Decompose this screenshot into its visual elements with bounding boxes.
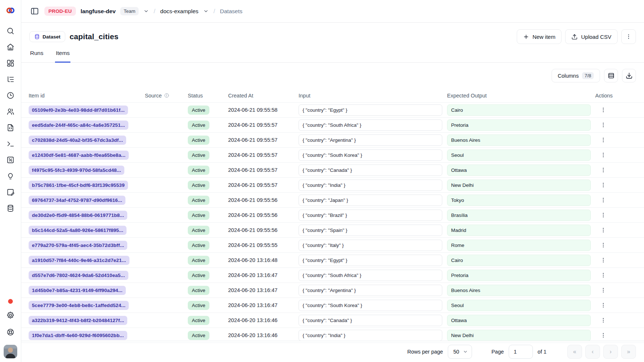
- expected-output-value-box: Cairo: [447, 104, 591, 116]
- status-cell: Active: [188, 256, 228, 265]
- next-page-button[interactable]: ›: [603, 345, 618, 359]
- table-row[interactable]: de30d2e0-f5d9-4854-88b6-0619771b8... Act…: [21, 208, 644, 223]
- row-height-button[interactable]: [604, 69, 618, 82]
- row-kebab-menu-button[interactable]: [598, 315, 608, 325]
- scores-percent-icon[interactable]: [6, 155, 15, 165]
- table-row[interactable]: c702838d-24d5-40a2-bf35-67dc3a3df... Act…: [21, 133, 644, 148]
- dashboards-icon[interactable]: [6, 59, 15, 68]
- settings-gear-icon[interactable]: [6, 311, 15, 321]
- upload-csv-button[interactable]: Upload CSV: [565, 29, 618, 44]
- item-id-pill[interactable]: d557e7d6-7802-4624-9da6-52d410ea5...: [29, 271, 128, 280]
- input-value-box: { "country": "Egypt" }: [299, 255, 442, 266]
- status-cell: Active: [188, 136, 228, 145]
- status-badge: Active: [188, 286, 209, 295]
- rows-per-page-label: Rows per page: [407, 349, 443, 355]
- home-icon[interactable]: [6, 43, 15, 52]
- playground-terminal-icon[interactable]: [6, 139, 15, 148]
- item-id-pill[interactable]: 1f0e7da1-dbff-4e60-929d-f6095602bb...: [29, 331, 127, 340]
- status-badge: Active: [188, 121, 209, 130]
- actions-cell: [595, 210, 637, 220]
- row-kebab-menu-button[interactable]: [598, 270, 608, 280]
- item-id-pill[interactable]: a322b319-9412-4f43-b8f2-b20484127f...: [29, 316, 127, 325]
- table-row[interactable]: a1910d57-7f84-440c-9e46-a31c2d7e21... Ac…: [21, 253, 644, 268]
- item-id-pill[interactable]: 05109ef0-2e3b-4e03-98dd-8f7d01b61f...: [29, 106, 128, 115]
- item-id-pill[interactable]: e12430df-5e81-4687-aabb-f0ea65be8a...: [29, 151, 129, 160]
- row-kebab-menu-button[interactable]: [598, 105, 608, 115]
- row-kebab-menu-button[interactable]: [598, 330, 608, 340]
- export-button[interactable]: [622, 69, 636, 82]
- users-icon[interactable]: [6, 107, 15, 116]
- support-lifebuoy-icon[interactable]: [6, 328, 15, 337]
- tab-runs[interactable]: Runs: [29, 50, 44, 62]
- first-page-button[interactable]: «: [567, 345, 582, 359]
- expected-output-cell: New Delhi: [447, 330, 595, 341]
- row-kebab-menu-button[interactable]: [598, 135, 608, 145]
- kebab-icon: [600, 272, 607, 278]
- table-row[interactable]: 69764737-34af-4752-9787-d90df9616... Act…: [21, 193, 644, 208]
- tab-items[interactable]: Items: [55, 50, 70, 63]
- row-kebab-menu-button[interactable]: [598, 195, 608, 205]
- new-item-button[interactable]: New item: [517, 29, 562, 44]
- item-id-pill[interactable]: 69764737-34af-4752-9787-d90df9616...: [29, 196, 125, 205]
- project-name[interactable]: docs-examples: [160, 8, 198, 15]
- sessions-clock-icon[interactable]: [6, 91, 15, 100]
- item-id-pill[interactable]: de30d2e0-f5d9-4854-88b6-0619771b8...: [29, 211, 127, 220]
- page-kebab-menu-button[interactable]: [621, 29, 636, 44]
- row-kebab-menu-button[interactable]: [598, 240, 608, 250]
- prompts-icon[interactable]: [6, 123, 15, 132]
- table-row[interactable]: 05109ef0-2e3b-4e03-98dd-8f7d01b61f... Ac…: [21, 103, 644, 118]
- row-kebab-menu-button[interactable]: [598, 285, 608, 295]
- page-number-input[interactable]: [509, 345, 533, 359]
- breadcrumb-section[interactable]: Datasets: [220, 8, 242, 15]
- row-kebab-menu-button[interactable]: [598, 225, 608, 235]
- row-kebab-menu-button[interactable]: [598, 210, 608, 220]
- table-row[interactable]: b75c7861-1fbe-45cf-bdf6-83f139c95539 Act…: [21, 178, 644, 193]
- table-row[interactable]: eed5dafe-244f-465c-a84c-4a6e357251... Ac…: [21, 118, 644, 133]
- table-row[interactable]: e12430df-5e81-4687-aabb-f0ea65be8a... Ac…: [21, 148, 644, 163]
- table-row[interactable]: d557e7d6-7802-4624-9da6-52d410ea5... Act…: [21, 268, 644, 283]
- search-icon[interactable]: [6, 26, 15, 36]
- item-id-pill[interactable]: 5cee7779-3e00-4eb8-be8c-1affedd524...: [29, 301, 129, 310]
- input-cell: { "country": "Spain" }: [299, 225, 447, 236]
- prev-page-button[interactable]: ‹: [585, 345, 600, 359]
- table-row[interactable]: f4975c95-5fc3-4939-970d-58fa5cd48... Act…: [21, 163, 644, 178]
- status-cell: Active: [188, 181, 228, 190]
- item-id-pill[interactable]: eed5dafe-244f-465c-a84c-4a6e357251...: [29, 121, 128, 130]
- row-kebab-menu-button[interactable]: [598, 150, 608, 160]
- row-kebab-menu-button[interactable]: [598, 180, 608, 190]
- row-kebab-menu-button[interactable]: [598, 255, 608, 265]
- dataset-type-badge: Dataset: [29, 31, 65, 42]
- item-id-pill[interactable]: c702838d-24d5-40a2-bf35-67dc3a3df...: [29, 136, 126, 145]
- row-kebab-menu-button[interactable]: [598, 165, 608, 175]
- item-id-pill[interactable]: b5c144cd-52a5-4a80-926e-58617f895...: [29, 226, 127, 235]
- evaluation-lightbulb-icon[interactable]: [6, 171, 15, 181]
- input-cell: { "country": "India" }: [299, 330, 447, 341]
- sidebar-toggle-icon[interactable]: [29, 6, 40, 16]
- org-name[interactable]: langfuse-dev: [81, 8, 116, 15]
- main-area: PROD-EU langfuse-dev Team / docs-example…: [21, 0, 644, 362]
- table-row[interactable]: a322b319-9412-4f43-b8f2-b20484127f... Ac…: [21, 313, 644, 328]
- table-row[interactable]: 1d45b0e7-b85a-4231-9149-6ff90a294... Act…: [21, 283, 644, 298]
- user-avatar[interactable]: [4, 345, 17, 358]
- table-row[interactable]: 5cee7779-3e00-4eb8-be8c-1affedd524... Ac…: [21, 298, 644, 313]
- last-page-button[interactable]: »: [621, 345, 636, 359]
- table-row[interactable]: e779a270-579a-4f45-aec4-35b72d3bff... Ac…: [21, 238, 644, 253]
- rows-per-page-select[interactable]: 50: [448, 345, 472, 359]
- row-kebab-menu-button[interactable]: [598, 120, 608, 130]
- item-id-pill[interactable]: b75c7861-1fbe-45cf-bdf6-83f139c95539: [29, 181, 128, 190]
- datasets-database-icon[interactable]: [6, 204, 15, 213]
- status-cell: Active: [188, 121, 228, 130]
- row-kebab-menu-button[interactable]: [598, 300, 608, 310]
- tracing-icon[interactable]: [6, 75, 15, 84]
- project-chevron-down-icon[interactable]: [203, 8, 209, 14]
- info-icon[interactable]: [164, 93, 169, 98]
- item-id-pill[interactable]: f4975c95-5fc3-4939-970d-58fa5cd48...: [29, 166, 124, 175]
- columns-button[interactable]: Columns 7/8: [552, 69, 600, 82]
- langfuse-logo-icon[interactable]: [6, 5, 15, 15]
- item-id-pill[interactable]: 1d45b0e7-b85a-4231-9149-6ff90a294...: [29, 286, 126, 295]
- annotation-queues-icon[interactable]: [6, 188, 15, 197]
- item-id-pill[interactable]: a1910d57-7f84-440c-9e46-a31c2d7e21...: [29, 256, 129, 265]
- org-chevron-down-icon[interactable]: [143, 8, 149, 14]
- item-id-pill[interactable]: e779a270-579a-4f45-aec4-35b72d3bff...: [29, 241, 127, 250]
- table-row[interactable]: b5c144cd-52a5-4a80-926e-58617f895... Act…: [21, 223, 644, 238]
